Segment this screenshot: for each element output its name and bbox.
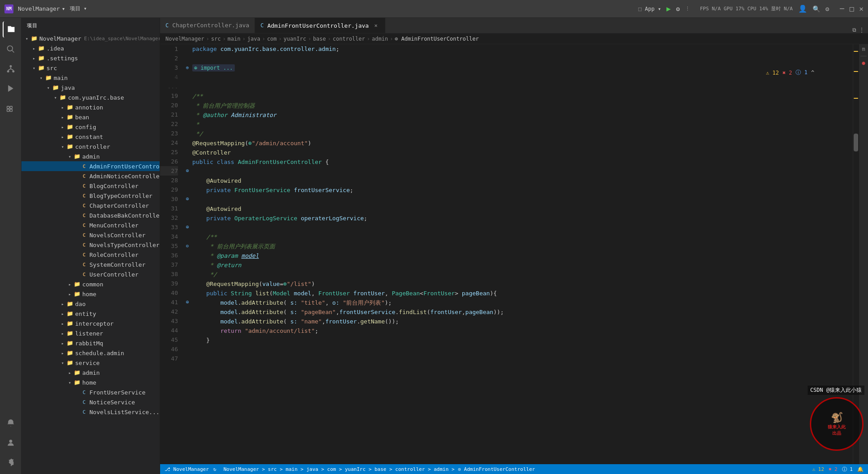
errors-status[interactable]: ✖ 2 — [829, 466, 838, 472]
activity-git[interactable] — [3, 61, 19, 77]
tree-item-service-home[interactable]: 📁 home — [21, 378, 160, 387]
tab-chapter-controller[interactable]: C ChapterController.java — [160, 18, 255, 33]
tree-item-novelmanager[interactable]: 📁 NovelManager E:\idea_space\NovelManage… — [21, 34, 160, 43]
split-editor-btn[interactable]: ⧉ — [852, 27, 856, 33]
tree-item-novels[interactable]: C NovelsController — [21, 230, 160, 240]
tree-item-rabbitmq[interactable]: 📁 rabbitMq — [21, 338, 160, 348]
scroll-thumb[interactable] — [854, 134, 858, 151]
tree-item-src[interactable]: 📁 src — [21, 63, 160, 73]
tree-item-blog-type[interactable]: C BlogTypeController — [21, 191, 160, 201]
activity-explorer[interactable] — [3, 21, 19, 38]
info-status[interactable]: ⓘ 1 — [842, 466, 853, 473]
minimize-btn[interactable]: ─ — [840, 4, 844, 13]
tree-item-admin-front-user[interactable]: C AdminFrontUserController — [21, 161, 160, 171]
error-count[interactable]: ✖ 2 — [783, 70, 792, 76]
tree-item-system[interactable]: C SystemController — [21, 260, 160, 269]
tree-item-config[interactable]: 📁 config — [21, 122, 160, 132]
warning-count[interactable]: ⚠ 12 — [766, 70, 779, 76]
tree-item-blog-controller[interactable]: C BlogController — [21, 181, 160, 191]
user-icon[interactable]: 👤 — [798, 4, 807, 13]
folder-icon: 📁 — [66, 113, 73, 121]
folder-icon: 📁 — [52, 84, 59, 91]
gutter-marks-column: ⊕ ⊕ ⊕ — [182, 44, 192, 464]
tree-item-java[interactable]: 📁 java — [21, 83, 160, 92]
tree-item-schedule[interactable]: 📁 schedule.admin — [21, 348, 160, 358]
tree-arrow — [59, 359, 66, 366]
activity-account[interactable] — [3, 435, 19, 451]
close-btn[interactable]: ✕ — [859, 4, 864, 13]
tree-item-idea[interactable]: 📁 .idea — [21, 43, 160, 53]
warnings-status[interactable]: ⚠ 12 — [812, 466, 824, 472]
more-button[interactable]: ⋮ — [685, 6, 690, 12]
more-tabs-btn[interactable]: ⋮ — [859, 27, 864, 33]
notifications-status[interactable]: 🔔 — [857, 466, 864, 472]
gutter-bean-33[interactable]: ⊕ — [182, 222, 192, 232]
code-editor[interactable]: package com.yuanIrc.base.controller.admi… — [192, 44, 853, 464]
tree-item-role[interactable]: C RoleController — [21, 250, 160, 260]
tree-item-admin-notice[interactable]: C AdminNoticeController — [21, 171, 160, 181]
gutter-bean[interactable]: ⊕ — [182, 166, 192, 176]
tree-item-constant[interactable]: 📁 constant — [21, 132, 160, 142]
activity-extensions[interactable] — [3, 100, 19, 116]
activity-debug[interactable] — [3, 80, 19, 96]
debug-button[interactable]: ⚙ — [676, 5, 680, 13]
title-bar-left: NM NovelManager ▾ 项目 ▾ — [4, 4, 87, 13]
tree-item-admin-folder[interactable]: 📁 admin — [21, 151, 160, 161]
tree-item-common-folder[interactable]: 📁 common — [21, 279, 160, 289]
sidebar: 项目 📁 NovelManager E:\idea_space\NovelMan… — [21, 18, 160, 474]
run-button[interactable]: ▶ — [666, 4, 671, 13]
menu-project[interactable]: 项目 ▾ — [70, 5, 87, 13]
tab-close-btn[interactable]: ✕ — [373, 22, 380, 29]
folder-icon: 📁 — [38, 45, 45, 52]
main-layout: 项目 📁 NovelManager E:\idea_space\NovelMan… — [0, 18, 868, 474]
tree-item-settings[interactable]: 📁 .settings — [21, 53, 160, 63]
maximize-btn[interactable]: □ — [850, 4, 854, 13]
tree-item-bean[interactable]: 📁 bean — [21, 112, 160, 122]
tree-item-novelstype[interactable]: C NovelsTypeController — [21, 240, 160, 250]
tree-item-service-admin[interactable]: 📁 admin — [21, 368, 160, 378]
gutter-41[interactable]: ⊕ — [182, 298, 192, 307]
tree-item-user[interactable]: C UserController — [21, 269, 160, 279]
settings-icon[interactable]: ⚙ — [826, 5, 829, 13]
svg-rect-10 — [10, 106, 12, 109]
tree-arrow — [59, 104, 66, 111]
tree-item-noticeservice[interactable]: C NoticeService — [21, 397, 160, 407]
tree-arrow — [23, 35, 30, 42]
tree-item-chapter[interactable]: C ChapterController — [21, 201, 160, 210]
info-count[interactable]: ⓘ 1 — [796, 69, 807, 76]
tab-adminfrontuser[interactable]: C AdminFrontUserController.java ✕ — [255, 18, 385, 33]
svg-line-1 — [12, 50, 14, 53]
gutter-fold[interactable]: ⊕ — [182, 63, 192, 72]
tree-item-dao[interactable]: 📁 dao — [21, 299, 160, 309]
gutter-fold-35[interactable]: ⊜ — [182, 241, 192, 251]
tree-item-com-yuanIrc[interactable]: 📁 com.yuanIrc.base — [21, 92, 160, 102]
gutter-bean-30[interactable]: ⊕ — [182, 194, 192, 204]
tree-item-controller[interactable]: 📁 controller — [21, 142, 160, 151]
tree-item-annotion[interactable]: 📁 annotion — [21, 102, 160, 112]
sidebar-content[interactable]: 📁 NovelManager E:\idea_space\NovelManage… — [21, 34, 160, 474]
java-class-icon: C — [80, 261, 88, 268]
sync-icon[interactable]: ↻ — [213, 466, 216, 472]
tree-item-databasebak[interactable]: C DatabaseBakController — [21, 210, 160, 220]
activity-notifications[interactable] — [3, 415, 19, 431]
tree-arrow — [66, 153, 73, 160]
activity-search[interactable] — [3, 41, 19, 57]
tree-item-listener[interactable]: 📁 listener — [21, 328, 160, 338]
activity-settings[interactable] — [3, 454, 19, 470]
tree-item-frontuserservice[interactable]: C FrontUserService — [21, 387, 160, 397]
tree-item-service[interactable]: 📁 service — [21, 358, 160, 368]
tree-item-entity[interactable]: 📁 entity — [21, 309, 160, 319]
line-numbers-column: 1 2 3 4 ... 19 20 21 22 23 24 25 26 27 2… — [160, 44, 182, 464]
tree-item-menu[interactable]: C MenuController — [21, 220, 160, 230]
error-nav-up[interactable]: ^ — [811, 70, 814, 76]
structure-btn[interactable]: m — [862, 46, 865, 52]
tree-item-novelslistservice[interactable]: C NovelsListService... — [21, 407, 160, 417]
svg-rect-12 — [10, 109, 12, 112]
tree-item-main[interactable]: 📁 main — [21, 73, 160, 83]
tree-item-home-controller[interactable]: 📁 home — [21, 289, 160, 299]
tree-arrow — [59, 133, 66, 140]
tree-item-interceptor[interactable]: 📁 interceptor — [21, 319, 160, 328]
search-icon[interactable]: 🔍 — [813, 5, 820, 13]
git-branch[interactable]: ⎇ NovelManager — [165, 466, 209, 472]
app-mode[interactable]: ⬚ App ▾ — [639, 6, 661, 12]
